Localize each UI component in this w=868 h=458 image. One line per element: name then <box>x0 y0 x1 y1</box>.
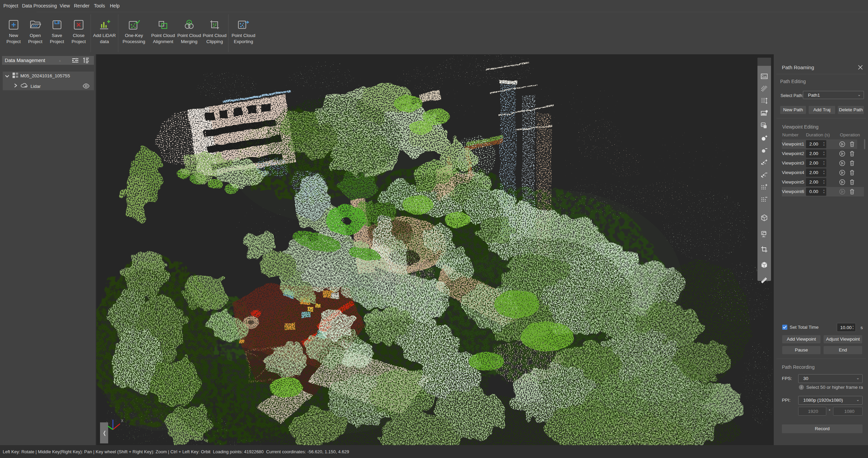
svg-text:X: X <box>121 419 123 423</box>
